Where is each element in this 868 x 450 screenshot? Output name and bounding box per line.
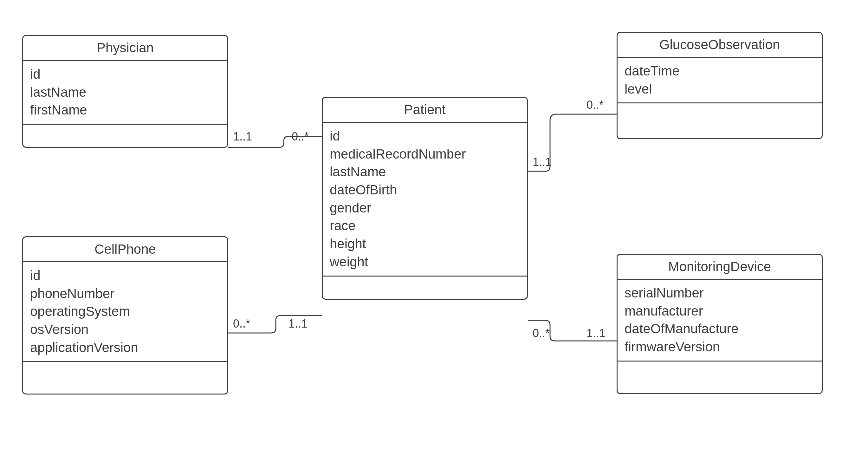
class-methods-glucose xyxy=(618,103,822,138)
mult-patient-monitoring-left: 0..* xyxy=(533,327,550,340)
class-methods-cellphone xyxy=(23,362,227,394)
mult-physician-patient-right: 0..* xyxy=(292,130,309,143)
attr: manufacturer xyxy=(624,302,815,320)
class-attrs-monitoring: serialNumber manufacturer dateOfManufact… xyxy=(618,280,822,362)
class-name-patient: Patient xyxy=(323,98,527,123)
mult-patient-glucose-left: 1..1 xyxy=(533,155,552,169)
attr: firmwareVersion xyxy=(624,338,815,356)
mult-cellphone-patient-right: 1..1 xyxy=(288,317,308,330)
class-monitoring: MonitoringDevice serialNumber manufactur… xyxy=(617,254,823,394)
attr: id xyxy=(330,127,520,145)
attr: serialNumber xyxy=(624,284,815,302)
mult-patient-monitoring-right: 1..1 xyxy=(587,327,606,340)
attr: lastName xyxy=(30,83,220,101)
attr: dateOfBirth xyxy=(330,181,520,199)
attr: phoneNumber xyxy=(30,285,220,303)
class-patient: Patient id medicalRecordNumber lastName … xyxy=(322,97,528,300)
class-cellphone: CellPhone id phoneNumber operatingSystem… xyxy=(22,236,228,394)
class-methods-patient xyxy=(323,276,527,299)
attr: lastName xyxy=(330,163,520,181)
attr: firstName xyxy=(30,101,220,119)
class-glucose: GlucoseObservation dateTime level xyxy=(617,32,823,139)
class-attrs-physician: id lastName firstName xyxy=(23,61,227,125)
attr: race xyxy=(330,217,520,235)
class-attrs-patient: id medicalRecordNumber lastName dateOfBi… xyxy=(323,123,527,276)
attr: gender xyxy=(330,199,520,217)
attr: operatingSystem xyxy=(30,303,220,321)
attr: medicalRecordNumber xyxy=(330,145,520,163)
class-physician: Physician id lastName firstName xyxy=(22,35,228,148)
mult-patient-glucose-right: 0..* xyxy=(587,98,603,112)
class-name-cellphone: CellPhone xyxy=(23,237,227,262)
class-name-glucose: GlucoseObservation xyxy=(618,33,822,58)
attr: id xyxy=(30,267,220,285)
attr: dateTime xyxy=(624,62,815,80)
class-methods-monitoring xyxy=(618,362,822,393)
attr: height xyxy=(330,235,520,253)
class-methods-physician xyxy=(23,125,227,147)
attr: osVersion xyxy=(30,321,220,339)
mult-physician-patient-left: 1..1 xyxy=(233,130,252,143)
attr: weight xyxy=(330,253,520,271)
class-attrs-cellphone: id phoneNumber operatingSystem osVersion… xyxy=(23,262,227,362)
attr: applicationVersion xyxy=(30,339,220,357)
attr: id xyxy=(30,65,220,83)
class-name-monitoring: MonitoringDevice xyxy=(618,254,822,280)
attr: level xyxy=(624,80,815,98)
mult-cellphone-patient-left: 0..* xyxy=(233,317,250,330)
attr: dateOfManufacture xyxy=(624,320,815,338)
class-name-physician: Physician xyxy=(23,36,227,61)
class-attrs-glucose: dateTime level xyxy=(618,58,822,103)
